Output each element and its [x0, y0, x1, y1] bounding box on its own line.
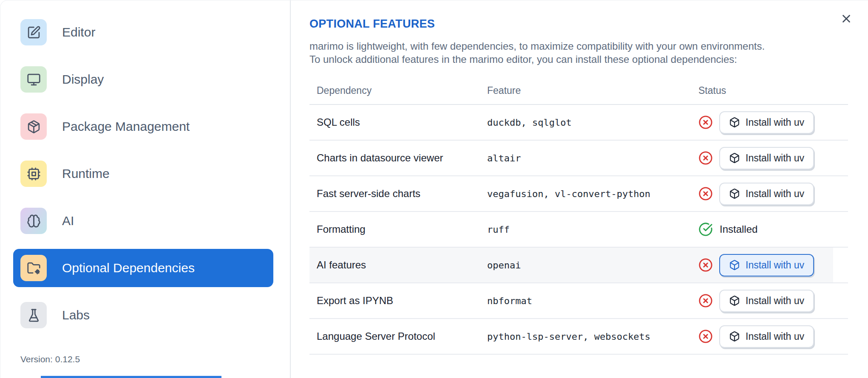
install-button-label: Install with uv — [746, 117, 804, 128]
install-button-label: Install with uv — [746, 152, 804, 164]
flask-icon — [20, 302, 47, 328]
brain-icon — [20, 208, 47, 234]
status-cell: Install with uv — [698, 254, 848, 276]
sidebar-item-label: AI — [62, 214, 74, 228]
installed-status-label: Installed — [720, 223, 757, 235]
feature-cell: python-lsp-server, websockets — [487, 331, 698, 342]
settings-sidebar: Editor Display Package Management Runtim… — [0, 0, 291, 378]
install-with-uv-button[interactable]: Install with uv — [719, 325, 814, 348]
dependency-cell: Charts in datasource viewer — [309, 152, 487, 164]
sidebar-item-label: Runtime — [62, 166, 110, 181]
status-cell: Install with uv — [698, 290, 848, 312]
status-cell: Install with uv — [698, 325, 848, 348]
box-icon — [729, 331, 740, 342]
dependency-cell: SQL cells — [309, 116, 487, 128]
box-icon — [729, 188, 740, 199]
feature-cell: openai — [487, 260, 698, 271]
app-version: Version: 0.12.5 — [20, 354, 80, 364]
table-row: SQL cells duckdb, sqlglot Install with u… — [309, 105, 848, 141]
sidebar-item-display[interactable]: Display — [13, 60, 273, 99]
sidebar-item-label: Editor — [62, 25, 95, 39]
dependency-cell: Formatting — [309, 223, 487, 235]
install-with-uv-button[interactable]: Install with uv — [719, 111, 814, 134]
circle-x-icon — [698, 258, 713, 272]
circle-x-icon — [698, 329, 713, 344]
feature-cell: altair — [487, 153, 698, 164]
background-accent-strip — [41, 376, 221, 378]
square-pen-icon — [20, 19, 47, 45]
sidebar-item-label: Labs — [62, 308, 90, 322]
page-title: OPTIONAL FEATURES — [309, 17, 868, 31]
box-icon — [729, 295, 740, 306]
dependency-cell: Export as IPYNB — [309, 295, 487, 307]
status-cell: Install with uv — [698, 183, 848, 205]
table-row: Export as IPYNB nbformat Install with uv — [309, 283, 848, 319]
header-dependency: Dependency — [309, 85, 487, 96]
circle-x-icon — [698, 293, 713, 308]
install-with-uv-button[interactable]: Install with uv — [719, 183, 814, 205]
circle-x-icon — [698, 151, 713, 165]
feature-cell: nbformat — [487, 296, 698, 306]
package-icon — [20, 113, 47, 140]
status-cell: Installed — [698, 222, 848, 237]
table-row: AI features openai Install with uv — [309, 248, 848, 283]
feature-cell: vegafusion, vl-convert-python — [487, 189, 698, 199]
status-cell: Install with uv — [698, 111, 848, 134]
install-button-label: Install with uv — [746, 295, 804, 307]
table-row: Charts in datasource viewer altair Insta… — [309, 141, 848, 176]
circle-x-icon — [698, 186, 713, 201]
box-icon — [729, 260, 740, 271]
dependency-cell: AI features — [309, 259, 487, 271]
sidebar-item-runtime[interactable]: Runtime — [13, 155, 273, 193]
table-header-row: Dependency Feature Status — [309, 77, 848, 105]
sidebar-item-label: Package Management — [62, 119, 190, 134]
box-icon — [729, 152, 740, 164]
circle-check-icon — [698, 222, 713, 237]
table-row: Formatting ruff Installed — [309, 212, 848, 248]
description: marimo is lightweight, with few dependen… — [309, 39, 868, 66]
monitor-icon — [20, 66, 47, 93]
dependency-cell: Fast server-side charts — [309, 188, 487, 200]
cpu-icon — [20, 161, 47, 187]
table-row: Language Server Protocol python-lsp-serv… — [309, 319, 848, 355]
description-line-2: To unlock additional features in the mar… — [309, 53, 868, 66]
box-icon — [729, 117, 740, 128]
close-icon[interactable] — [839, 11, 854, 26]
circle-x-icon — [698, 115, 713, 130]
install-button-label: Install with uv — [746, 331, 804, 342]
table-row: Fast server-side charts vegafusion, vl-c… — [309, 176, 848, 212]
install-with-uv-button[interactable]: Install with uv — [719, 290, 814, 312]
settings-dialog: Editor Display Package Management Runtim… — [0, 0, 868, 378]
sidebar-item-label: Display — [62, 72, 104, 87]
description-line-1: marimo is lightweight, with few dependen… — [309, 39, 868, 53]
sidebar-item-label: Optional Dependencies — [62, 261, 195, 275]
sidebar-item-package-management[interactable]: Package Management — [13, 107, 273, 146]
install-with-uv-button[interactable]: Install with uv — [719, 147, 814, 169]
feature-cell: ruff — [487, 224, 698, 235]
status-cell: Install with uv — [698, 147, 848, 169]
dependencies-table: Dependency Feature Status SQL cells duck… — [309, 77, 848, 355]
sidebar-item-optional-dependencies[interactable]: Optional Dependencies — [13, 249, 273, 287]
dependency-cell: Language Server Protocol — [309, 330, 487, 342]
header-status: Status — [698, 85, 848, 96]
optional-features-panel: OPTIONAL FEATURES marimo is lightweight,… — [291, 0, 868, 378]
feature-cell: duckdb, sqlglot — [487, 117, 698, 128]
folder-cog-icon — [20, 255, 47, 281]
install-button-label: Install with uv — [746, 188, 804, 200]
install-button-label: Install with uv — [746, 260, 804, 271]
sidebar-item-ai[interactable]: AI — [13, 202, 273, 240]
header-feature: Feature — [487, 85, 698, 96]
sidebar-item-labs[interactable]: Labs — [13, 296, 273, 334]
install-with-uv-button[interactable]: Install with uv — [719, 254, 814, 276]
sidebar-item-editor[interactable]: Editor — [13, 13, 273, 51]
